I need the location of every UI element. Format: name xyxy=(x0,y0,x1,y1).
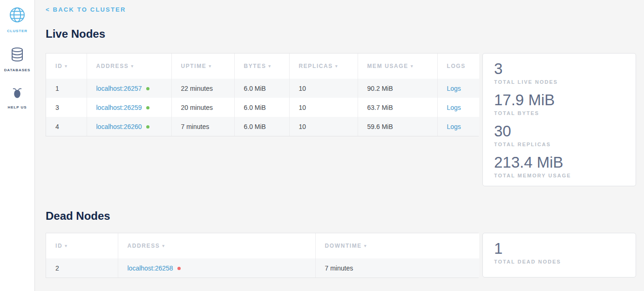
stat-value: 3 xyxy=(494,60,624,78)
sort-arrow-icon: ▾ xyxy=(131,64,134,68)
cell-node-address: localhost:26257 xyxy=(87,79,171,98)
cell-node-id: 3 xyxy=(46,98,87,117)
live-nodes-header-row: ID▾ ADDRESS▾ UPTIME▾ BYTES▾ REPLICAS▾ ME… xyxy=(46,54,479,79)
column-header-id[interactable]: ID▾ xyxy=(46,54,87,79)
sort-arrow-icon: ▾ xyxy=(65,64,68,68)
stat-label: TOTAL LIVE NODES xyxy=(494,78,624,86)
table-row: 4 localhost:26260 7 minutes 6.0 MiB 10 5… xyxy=(46,117,479,136)
column-header-mem-usage[interactable]: MEM USAGE▾ xyxy=(358,54,437,79)
cell-node-address: localhost:26258 xyxy=(118,258,315,277)
live-nodes-summary-card: 3 TOTAL LIVE NODES 17.9 MiB TOTAL BYTES … xyxy=(482,53,636,186)
sort-arrow-icon: ▾ xyxy=(411,64,414,68)
stat-total-bytes: 17.9 MiB TOTAL BYTES xyxy=(494,91,624,117)
cockroach-icon xyxy=(10,85,25,102)
node-status-dot xyxy=(146,106,149,109)
node-address-link[interactable]: localhost:26258 xyxy=(128,264,173,272)
logs-link[interactable]: Logs xyxy=(447,123,461,130)
cell-node-id: 2 xyxy=(46,258,118,277)
sort-arrow-icon: ▾ xyxy=(335,64,338,68)
cell-node-logs: Logs xyxy=(437,117,479,136)
cell-node-id: 1 xyxy=(46,79,87,98)
cell-node-bytes: 6.0 MiB xyxy=(234,98,289,117)
sort-arrow-icon: ▾ xyxy=(269,64,271,68)
stat-value: 1 xyxy=(494,239,624,258)
column-header-id[interactable]: ID▾ xyxy=(46,233,118,258)
stat-label: TOTAL MEMORY USAGE xyxy=(494,172,624,179)
dead-nodes-header-row: ID▾ ADDRESS▾ DOWNTIME▾ xyxy=(46,233,479,258)
cell-node-uptime: 7 minutes xyxy=(171,117,234,136)
stat-label: TOTAL REPLICAS xyxy=(494,141,624,148)
cell-node-replicas: 10 xyxy=(289,79,358,98)
sidebar-item-label: HELP US xyxy=(8,105,27,109)
stat-value: 213.4 MiB xyxy=(494,153,624,172)
back-chevron-icon: < xyxy=(46,6,49,13)
column-header-address[interactable]: ADDRESS▾ xyxy=(118,233,315,258)
globe-icon xyxy=(8,6,26,26)
app-window: CLUSTER DATABASES HELP US xyxy=(0,0,644,291)
cell-node-downtime: 7 minutes xyxy=(315,258,479,277)
node-address-link[interactable]: localhost:26259 xyxy=(96,104,142,111)
node-address-link[interactable]: localhost:26257 xyxy=(96,85,142,92)
cell-node-mem-usage: 90.2 MiB xyxy=(358,79,437,98)
sidebar: CLUSTER DATABASES HELP US xyxy=(0,0,35,291)
stat-label: TOTAL BYTES xyxy=(494,109,624,117)
cell-node-address: localhost:26260 xyxy=(87,117,171,136)
dead-nodes-table-card: ID▾ ADDRESS▾ DOWNTIME▾ 2 localhost:26258… xyxy=(46,233,479,278)
stat-value: 17.9 MiB xyxy=(494,91,624,109)
cell-node-mem-usage: 63.7 MiB xyxy=(358,98,437,117)
dead-nodes-section: ID▾ ADDRESS▾ DOWNTIME▾ 2 localhost:26258… xyxy=(46,233,636,278)
node-status-dot xyxy=(146,87,149,90)
sidebar-item-help-us[interactable]: HELP US xyxy=(8,85,27,109)
sidebar-item-label: CLUSTER xyxy=(7,29,27,33)
live-nodes-table: ID▾ ADDRESS▾ UPTIME▾ BYTES▾ REPLICAS▾ ME… xyxy=(46,54,479,136)
column-header-address[interactable]: ADDRESS▾ xyxy=(87,54,171,79)
sort-arrow-icon: ▾ xyxy=(162,244,165,248)
live-nodes-section: ID▾ ADDRESS▾ UPTIME▾ BYTES▾ REPLICAS▾ ME… xyxy=(46,53,636,186)
dead-nodes-table: ID▾ ADDRESS▾ DOWNTIME▾ 2 localhost:26258… xyxy=(46,233,479,277)
stat-total-dead-nodes: 1 TOTAL DEAD NODES xyxy=(494,239,624,265)
column-header-replicas[interactable]: REPLICAS▾ xyxy=(289,54,358,79)
sort-arrow-icon: ▾ xyxy=(364,244,367,248)
back-to-cluster-link[interactable]: <BACK TO CLUSTER xyxy=(46,6,126,14)
column-header-bytes[interactable]: BYTES▾ xyxy=(234,54,289,79)
column-header-uptime[interactable]: UPTIME▾ xyxy=(171,54,234,79)
column-header-downtime[interactable]: DOWNTIME▾ xyxy=(315,233,479,258)
sort-arrow-icon: ▾ xyxy=(209,64,211,68)
cell-node-replicas: 10 xyxy=(289,117,358,136)
sidebar-item-cluster[interactable]: CLUSTER xyxy=(7,6,27,33)
table-row: 3 localhost:26259 20 minutes 6.0 MiB 10 … xyxy=(46,98,479,117)
stat-total-live-nodes: 3 TOTAL LIVE NODES xyxy=(494,60,624,86)
stat-value: 30 xyxy=(494,122,624,141)
dead-nodes-summary-card: 1 TOTAL DEAD NODES xyxy=(482,233,636,277)
cell-node-bytes: 6.0 MiB xyxy=(234,117,289,136)
cell-node-uptime: 22 minutes xyxy=(171,79,234,98)
cell-node-address: localhost:26259 xyxy=(87,98,171,117)
stat-label: TOTAL DEAD NODES xyxy=(494,258,624,265)
cell-node-bytes: 6.0 MiB xyxy=(234,79,289,98)
main-content: <BACK TO CLUSTER Live Nodes ID▾ ADDRESS▾… xyxy=(35,0,644,291)
logs-link[interactable]: Logs xyxy=(447,85,461,92)
node-status-dot xyxy=(177,267,181,270)
node-address-link[interactable]: localhost:26260 xyxy=(96,123,142,130)
cell-node-logs: Logs xyxy=(437,98,479,117)
logs-link[interactable]: Logs xyxy=(447,104,461,111)
stat-total-memory-usage: 213.4 MiB TOTAL MEMORY USAGE xyxy=(494,153,624,179)
databases-icon xyxy=(9,46,26,65)
sort-arrow-icon: ▾ xyxy=(65,244,68,248)
node-status-dot xyxy=(146,125,149,129)
dead-nodes-title: Dead Nodes xyxy=(46,210,636,223)
cell-node-uptime: 20 minutes xyxy=(171,98,234,117)
table-row: 1 localhost:26257 22 minutes 6.0 MiB 10 … xyxy=(46,79,479,98)
stat-total-replicas: 30 TOTAL REPLICAS xyxy=(494,122,624,148)
cell-node-logs: Logs xyxy=(437,79,479,98)
cell-node-mem-usage: 59.6 MiB xyxy=(358,117,437,136)
cell-node-id: 4 xyxy=(46,117,87,136)
sidebar-item-label: DATABASES xyxy=(4,68,31,72)
column-header-logs: LOGS xyxy=(437,54,479,79)
back-link-label: BACK TO CLUSTER xyxy=(53,6,126,13)
cell-node-replicas: 10 xyxy=(289,98,358,117)
live-nodes-table-card: ID▾ ADDRESS▾ UPTIME▾ BYTES▾ REPLICAS▾ ME… xyxy=(46,53,479,136)
table-row: 2 localhost:26258 7 minutes xyxy=(46,258,479,277)
live-nodes-title: Live Nodes xyxy=(46,27,636,41)
sidebar-item-databases[interactable]: DATABASES xyxy=(4,46,31,72)
